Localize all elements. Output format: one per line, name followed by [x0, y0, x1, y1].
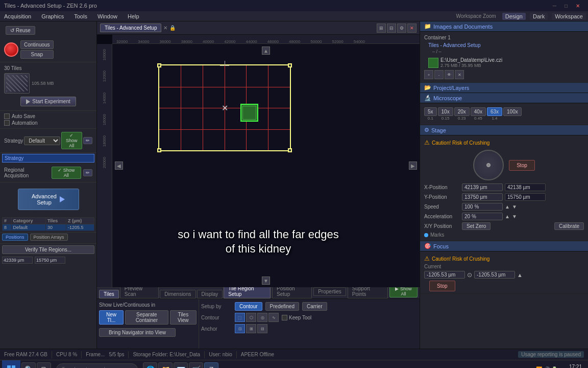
speed-spinner-up[interactable]: ▲	[505, 204, 510, 210]
tab-tiles[interactable]: Tiles	[99, 290, 119, 298]
menu-graphics[interactable]: Graphics	[39, 13, 66, 20]
accel-input[interactable]	[462, 213, 503, 220]
menu-help[interactable]: Help	[126, 13, 141, 20]
max-btn[interactable]: □	[565, 3, 568, 9]
design-btn[interactable]: Design	[502, 13, 526, 20]
x-pos-input[interactable]	[462, 183, 503, 191]
y-pos-input[interactable]	[462, 193, 503, 201]
automation-checkbox[interactable]	[4, 120, 10, 126]
start-experiment-button[interactable]: Start Experiment	[20, 97, 76, 106]
windows-start-btn[interactable]	[2, 360, 20, 369]
chrome-icon[interactable]: 🌐	[143, 362, 157, 369]
predefined-setup-btn[interactable]: Predefined	[265, 302, 299, 311]
search-taskbar-btn[interactable]: 🔍	[21, 362, 36, 369]
nav-left-arrow[interactable]: ◀	[115, 162, 123, 170]
canvas-settings-btn[interactable]: ⚙	[397, 24, 406, 33]
tab-close-icon[interactable]: ✕	[163, 25, 167, 31]
grid-view-btn[interactable]: ⊞	[377, 24, 386, 33]
verify-tile-regions-btn[interactable]: Verify Tile Regions...	[2, 245, 94, 254]
folder-icon[interactable]: 📁	[158, 362, 173, 369]
tab-dimensions[interactable]: Dimensions	[160, 290, 195, 298]
contour-icon-1[interactable]: ⬚	[235, 313, 245, 322]
doc-minus-btn[interactable]: -	[434, 70, 444, 79]
reuse-button[interactable]: ↺ Reuse	[6, 26, 35, 35]
current-input[interactable]	[424, 271, 465, 279]
split-view-btn[interactable]: ⊟	[387, 24, 396, 33]
mag-btn-100x[interactable]: 100x	[503, 107, 522, 116]
y-pos-input2[interactable]	[505, 193, 546, 201]
edit-regional-btn[interactable]: ✏	[83, 169, 92, 176]
tab-display[interactable]: Display	[197, 290, 223, 298]
menu-tools[interactable]: Tools	[72, 13, 89, 20]
zen-app-icon[interactable]: Z	[204, 362, 218, 369]
stage-header[interactable]: ⚙ Stage	[420, 125, 588, 135]
doc-eye-btn[interactable]: 👁	[445, 70, 454, 79]
min-btn[interactable]: ─	[553, 3, 556, 9]
current-input2[interactable]	[474, 271, 515, 279]
close-btn[interactable]: ✕	[576, 3, 580, 9]
bring-navigator-btn[interactable]: Bring Navigator into View	[99, 328, 176, 337]
show-all-btn[interactable]: ✓ Show All	[61, 132, 82, 149]
mag-btn-63x[interactable]: 63x	[487, 107, 502, 116]
position-arrays-btn[interactable]: Position Arrays	[30, 234, 68, 241]
nav-up-arrow[interactable]: ▲	[262, 47, 270, 55]
keep-tool-checkbox[interactable]	[282, 315, 287, 320]
accel-spinner-up[interactable]: ▲	[505, 214, 510, 219]
focus-header[interactable]: 🎯 Focus	[420, 241, 588, 251]
anchor-icon-2[interactable]: ⊞	[246, 324, 256, 333]
task-view-btn[interactable]: ⧉	[37, 362, 51, 369]
contour-setup-btn[interactable]: Contour	[235, 302, 262, 311]
contour-icon-3[interactable]: ◎	[257, 313, 267, 322]
mag-btn-20x[interactable]: 20x	[454, 107, 470, 116]
focus-stop-button[interactable]: Stop	[429, 281, 455, 291]
strategy-dropdown[interactable]: Default	[24, 136, 60, 145]
table-row[interactable]: 8 Default 30 -1205.5	[3, 224, 94, 231]
advanced-setup-button[interactable]: Advanced Setup	[18, 189, 79, 210]
stage-joystick[interactable]	[473, 150, 504, 180]
snap-btn[interactable]: Snap	[20, 50, 54, 59]
anchor-icon-1[interactable]: ⊡	[235, 324, 245, 333]
y-pos-input-left[interactable]	[35, 257, 65, 264]
doc-close-btn[interactable]: ✕	[455, 70, 464, 79]
edit-strategy-btn[interactable]: ✏	[83, 137, 92, 144]
accel-spinner-down[interactable]: ▼	[512, 214, 517, 219]
tiles-view-btn[interactable]: Tiles View	[170, 310, 197, 325]
mag-btn-5x[interactable]: 5x	[424, 107, 437, 116]
auto-save-checkbox[interactable]	[4, 113, 10, 119]
speed-spinner-down[interactable]: ▼	[512, 204, 517, 210]
positions-btn[interactable]: Positions	[2, 234, 28, 241]
x-pos-input-left[interactable]	[2, 257, 33, 264]
close-canvas-btn[interactable]: ✕	[407, 24, 416, 33]
dark-btn[interactable]: Dark	[530, 13, 548, 20]
store-icon[interactable]: 🛒	[189, 362, 203, 369]
scan-region-outer[interactable]: ✕	[158, 64, 291, 151]
set-zero-button[interactable]: Set Zero	[462, 222, 491, 230]
mag-btn-10x[interactable]: 10x	[438, 107, 453, 116]
anchor-icon-3[interactable]: ⊟	[257, 324, 267, 333]
workspace-btn[interactable]: Workspace	[552, 13, 586, 20]
cur-spinner2-up[interactable]: ▲	[517, 272, 523, 278]
calibrate-button[interactable]: Calibrate	[554, 222, 584, 230]
live-circle[interactable]	[4, 42, 18, 57]
search-bar[interactable]: Type here to search	[56, 363, 138, 369]
project-layers-header[interactable]: 📂 Project/Layers	[420, 83, 588, 93]
contour-icon-2[interactable]: ⬡	[246, 313, 256, 322]
speed-input[interactable]	[462, 203, 503, 211]
tab-properties[interactable]: Properties	[313, 287, 346, 296]
continuous-btn[interactable]: Continuous	[20, 40, 54, 49]
carrier-setup-btn[interactable]: Carrier	[302, 302, 327, 311]
contour-icon-4[interactable]: ∿	[268, 313, 279, 322]
new-tile-btn[interactable]: New Tl...	[99, 310, 124, 325]
nav-right-arrow[interactable]: ▶	[409, 162, 417, 170]
separate-container-btn[interactable]: Separate Container	[125, 310, 168, 325]
nav-down-arrow[interactable]: ▼	[262, 277, 270, 285]
x-pos-input2[interactable]	[505, 183, 546, 191]
show-all-btn2[interactable]: ✓ Show All	[52, 167, 81, 179]
mag-btn-40x[interactable]: 40x	[471, 107, 486, 116]
cur-spinner[interactable]: ⊙	[467, 271, 472, 279]
menu-acquisition[interactable]: Acquisition	[2, 13, 33, 20]
tiles-tab[interactable]: Tiles - Advanced Setup	[100, 24, 161, 32]
menu-window[interactable]: Window	[95, 13, 119, 20]
microscope-header[interactable]: 🔬 Microscope	[420, 93, 588, 103]
doc-add-btn[interactable]: +	[424, 70, 433, 79]
